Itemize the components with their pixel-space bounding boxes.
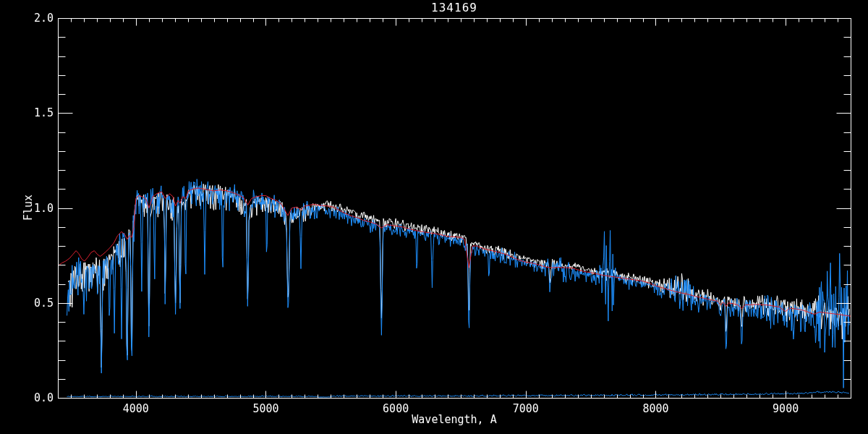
- x-tick-label: 5000: [244, 402, 287, 415]
- x-tick-label: 9000: [764, 402, 807, 415]
- x-axis-label: Wavelength, A: [58, 413, 851, 426]
- y-tick-label: 1.5: [20, 106, 54, 119]
- x-tick-label: 6000: [374, 402, 417, 415]
- y-tick-label: 0.0: [20, 391, 54, 404]
- x-tick-label: 7000: [504, 402, 548, 415]
- y-tick-label: 2.0: [20, 12, 54, 25]
- y-tick-label: 1.0: [20, 202, 54, 215]
- spectrum-plot-window: 134169 Wavelength, A Flux 0.00.51.01.52.…: [0, 0, 868, 434]
- x-tick-label: 4000: [114, 402, 158, 415]
- spectrum-plot-canvas: [0, 0, 868, 434]
- y-tick-label: 0.5: [20, 297, 54, 310]
- x-tick-label: 8000: [634, 402, 677, 415]
- plot-title: 134169: [58, 1, 851, 14]
